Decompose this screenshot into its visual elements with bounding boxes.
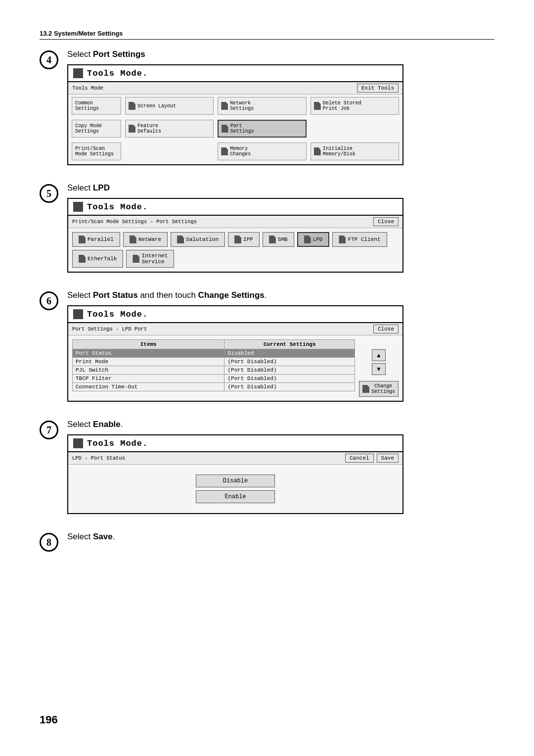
step-5: 5 Select LPD Tools Mode. Print/Scan Mode… xyxy=(40,183,494,273)
port-parallel[interactable]: Parallel xyxy=(72,232,120,247)
table-header-items: Items xyxy=(73,340,224,349)
tools-header-4: Tools Mode. xyxy=(68,65,402,82)
memory-changes[interactable]: MemoryChanges xyxy=(218,142,306,160)
step-bold-8: Save xyxy=(93,532,113,541)
tools-panel-6: Tools Mode. Port Settings - LPD Port Clo… xyxy=(67,305,403,402)
port-internet-service[interactable]: InternetService xyxy=(126,250,174,268)
tools-panel-4: Tools Mode. Tools Mode Exit Tools Common… xyxy=(67,64,403,165)
tools-header-6: Tools Mode. xyxy=(68,306,402,323)
table-row-connection-timeout[interactable]: Connection Time-Out (Port Disabled) xyxy=(73,383,355,391)
ipp-icon xyxy=(234,236,241,243)
section-header: 13.2 System/Meter Settings xyxy=(40,30,494,40)
lpd-right-area: Items Current Settings Port Status Disab… xyxy=(68,335,402,401)
step-content-4: Select Port Settings Tools Mode. Tools M… xyxy=(67,49,494,165)
delete-stored-icon xyxy=(314,102,321,110)
network-icon xyxy=(221,102,228,110)
netware-icon xyxy=(130,236,136,243)
close-btn-5[interactable]: Close xyxy=(373,217,399,226)
item-print-mode: Print Mode xyxy=(73,358,224,366)
step-label-4: Select Port Settings xyxy=(67,49,494,59)
table-row-pjl-switch[interactable]: PJL Switch (Port Disabled) xyxy=(73,366,355,375)
print-scan-mode[interactable]: Print/ScanMode Settings xyxy=(72,142,121,160)
step-bold-4: Port Settings xyxy=(93,49,145,59)
table-row-port-status[interactable]: Port Status Disabled xyxy=(73,349,355,358)
enable-btn[interactable]: Enable xyxy=(196,490,275,503)
port-status-bold: Port Status xyxy=(93,290,138,300)
network-settings[interactable]: NetworkSettings xyxy=(218,97,306,115)
change-settings-icon xyxy=(362,385,369,393)
value-connection-timeout: (Port Disabled) xyxy=(224,383,355,391)
tools-title-6: Tools Mode. xyxy=(87,310,148,319)
port-settings-icon xyxy=(222,125,228,133)
lpd-settings-table: Items Current Settings Port Status Disab… xyxy=(72,339,355,391)
step-content-6: Select Port Status and then touch Change… xyxy=(67,290,494,402)
ports-grid: Parallel NetWare Salutation IPP SMB xyxy=(68,228,402,272)
tools-body-4: Tools Mode Exit Tools CommonSettings Scr… xyxy=(68,82,402,164)
feature-defaults[interactable]: FeatureDefaults xyxy=(125,120,214,138)
tools-topbar-5: Print/Scan Mode Settings – Port Settings… xyxy=(68,216,402,228)
disable-btn[interactable]: Disable xyxy=(196,474,275,487)
step-number-8: 8 xyxy=(40,533,58,552)
grid-row-3: Print/ScanMode Settings MemoryChanges In… xyxy=(68,140,402,164)
scroll-up-btn[interactable]: ▲ xyxy=(372,349,386,361)
topbar-label-6: Port Settings - LPD Port xyxy=(72,326,147,332)
tools-topbar-6: Port Settings - LPD Port Close xyxy=(68,323,402,335)
save-btn-7[interactable]: Save xyxy=(377,454,399,463)
step-number-5: 5 xyxy=(40,184,58,203)
port-ipp[interactable]: IPP xyxy=(228,232,260,247)
item-port-status: Port Status xyxy=(73,349,224,358)
value-port-status: Disabled xyxy=(224,349,355,358)
grid-row-1: CommonSettings Screen Layout NetworkSett… xyxy=(68,94,402,117)
initialise-memory[interactable]: InitialiseMemory/Disk xyxy=(311,142,399,160)
tools-topbar-7: LPD - Port Status Cancel Save xyxy=(68,452,402,465)
port-ftp-client[interactable]: FTP Client xyxy=(332,232,387,247)
value-tbcp-filter: (Port Disabled) xyxy=(224,375,355,383)
change-settings-btn[interactable]: ChangeSettings xyxy=(359,381,399,397)
exit-tools-btn[interactable]: Exit Tools xyxy=(357,84,399,93)
memory-changes-icon xyxy=(221,147,228,155)
close-btn-6[interactable]: Close xyxy=(373,325,399,333)
copy-mode-settings[interactable]: Copy ModeSettings xyxy=(72,120,121,138)
salutation-icon xyxy=(177,236,184,243)
tools-header-5: Tools Mode. xyxy=(68,199,402,216)
port-salutation[interactable]: Salutation xyxy=(171,232,225,247)
delete-stored[interactable]: Delete StoredPrint Job xyxy=(311,97,399,115)
table-row-tbcp-filter[interactable]: TBCP Filter (Port Disabled) xyxy=(73,375,355,383)
port-lpd[interactable]: LPD xyxy=(297,232,330,247)
tools-icon-7 xyxy=(73,438,83,448)
step-label-7: Select Enable. xyxy=(67,420,494,429)
table-row-print-mode[interactable]: Print Mode (Port Disabled) xyxy=(73,358,355,366)
tools-body-7: LPD - Port Status Cancel Save Disable En… xyxy=(68,452,402,513)
table-header-settings: Current Settings xyxy=(224,340,355,349)
common-settings[interactable]: CommonSettings xyxy=(72,97,121,115)
screen-layout[interactable]: Screen Layout xyxy=(125,97,214,115)
step-content-8: Select Save. xyxy=(67,532,494,547)
ports-row-3: EtherTalk InternetService xyxy=(72,250,399,268)
tools-topbar-4: Tools Mode Exit Tools xyxy=(68,82,402,94)
step-6: 6 Select Port Status and then touch Chan… xyxy=(40,290,494,402)
port-settings-btn[interactable]: PortSettings xyxy=(218,120,307,138)
step-number-7: 7 xyxy=(40,421,58,439)
ftp-icon xyxy=(339,236,346,243)
value-pjl-switch: (Port Disabled) xyxy=(224,366,355,375)
lpd-icon xyxy=(304,236,311,243)
port-smb[interactable]: SMB xyxy=(263,232,294,247)
tools-title-5: Tools Mode. xyxy=(87,202,148,212)
step-8: 8 Select Save. xyxy=(40,532,494,552)
port-ethertalk[interactable]: EtherTalk xyxy=(72,250,123,268)
step-label-8: Select Save. xyxy=(67,532,494,542)
scroll-down-btn[interactable]: ▼ xyxy=(372,363,386,375)
item-pjl-switch: PJL Switch xyxy=(73,366,224,375)
cancel-btn-7[interactable]: Cancel xyxy=(345,454,374,463)
topbar-label-4: Tools Mode xyxy=(72,85,103,91)
step-4: 4 Select Port Settings Tools Mode. Tools… xyxy=(40,49,494,165)
step-number-4: 4 xyxy=(40,50,58,69)
port-netware[interactable]: NetWare xyxy=(123,232,168,247)
tools-title-4: Tools Mode. xyxy=(87,69,148,78)
topbar-label-7: LPD - Port Status xyxy=(72,455,125,461)
topbar-label-5: Print/Scan Mode Settings – Port Settings xyxy=(72,219,197,225)
tools-title-7: Tools Mode. xyxy=(87,439,148,448)
internet-icon xyxy=(133,255,139,263)
step-label-6: Select Port Status and then touch Change… xyxy=(67,290,494,300)
tools-icon-5 xyxy=(73,202,83,212)
